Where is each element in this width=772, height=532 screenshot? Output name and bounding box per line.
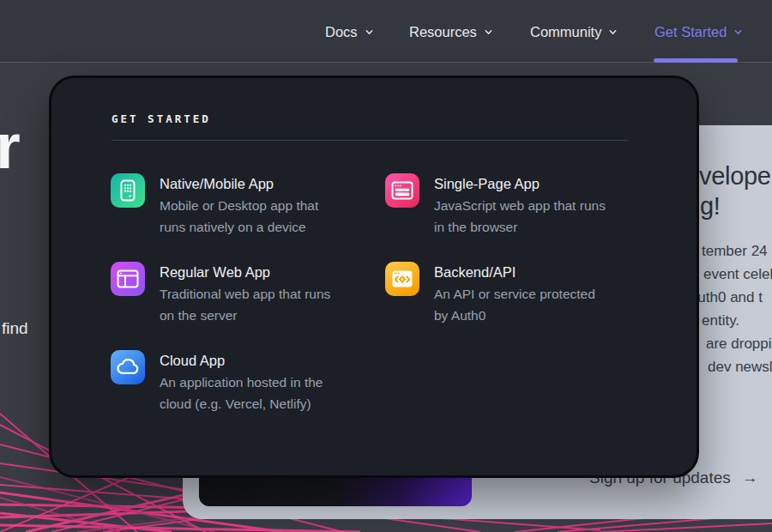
banner-body-fragment: dev newsl [708, 355, 772, 378]
arrow-right-icon: → [742, 469, 758, 487]
menu-item-description: An application hosted in the cloud (e.g.… [160, 372, 323, 414]
active-nav-underline [654, 58, 738, 63]
banner-body-fragment: entity. [702, 309, 739, 332]
banner-body-fragment: are droppi [706, 332, 772, 355]
code-gear-icon [385, 262, 419, 296]
chevron-down-icon [733, 27, 743, 37]
menu-item-regular-web-app[interactable]: Regular Web App Traditional web app that… [111, 262, 385, 326]
banner-body-fragment: Auth0 and t [688, 286, 763, 309]
nav-item-get-started[interactable]: Get Started [654, 23, 743, 40]
dropdown-section-title: GET STARTED [112, 112, 211, 125]
banner-body-fragment: tember 24 [702, 239, 768, 263]
cloud-icon [111, 350, 145, 384]
nav-item-resources[interactable]: Resources [409, 23, 493, 40]
nav-item-label: Docs [325, 23, 358, 40]
menu-item-description: Mobile or Desktop app that runs natively… [160, 195, 318, 238]
menu-item-title: Regular Web App [160, 262, 330, 283]
menu-item-title: Backend/API [434, 262, 595, 283]
banner-body-fragment: event celeb [703, 263, 772, 286]
nav-item-docs[interactable]: Docs [325, 23, 374, 40]
hero-heading-fragment: r [0, 115, 21, 178]
get-started-dropdown: GET STARTED [49, 76, 699, 478]
menu-item-backend-api[interactable]: Backend/API An API or service protected … [385, 262, 628, 326]
chevron-down-icon [484, 27, 493, 37]
nav-item-label: Get Started [654, 23, 727, 40]
menu-item-text: Single-Page App JavaScript web app that … [434, 173, 606, 238]
menu-item-single-page-app[interactable]: Single-Page App JavaScript web app that … [385, 173, 628, 238]
browser-window-icon [385, 173, 419, 208]
chevron-down-icon [365, 27, 374, 37]
top-navigation: Docs Resources Community Get Started [0, 0, 772, 63]
chevron-down-icon [608, 27, 618, 37]
menu-item-text: Backend/API An API or service protected … [434, 262, 595, 326]
menu-item-text: Regular Web App Traditional web app that… [160, 262, 330, 326]
menu-item-text: Native/Mobile App Mobile or Desktop app … [160, 173, 318, 238]
mobile-phone-icon [111, 173, 145, 208]
menu-item-description: An API or service protected by Auth0 [434, 283, 595, 326]
app-type-menu: Native/Mobile App Mobile or Desktop app … [111, 173, 628, 414]
banner-heading-fragment: velope [699, 161, 771, 191]
banner-heading-fragment: g! [700, 191, 721, 221]
layout-window-icon [111, 262, 145, 296]
menu-item-description: Traditional web app that runs on the ser… [160, 283, 330, 326]
hero-text-fragment: find [2, 319, 28, 338]
menu-item-title: Single-Page App [434, 173, 606, 195]
menu-item-title: Native/Mobile App [160, 173, 318, 195]
page: r find velope g! tember 24 event celeb A… [0, 0, 772, 532]
nav-item-label: Community [530, 23, 601, 40]
menu-item-description: JavaScript web app that runs in the brow… [434, 195, 606, 238]
menu-item-title: Cloud App [160, 350, 323, 372]
menu-item-text: Cloud App An application hosted in the c… [160, 350, 323, 414]
menu-item-cloud-app[interactable]: Cloud App An application hosted in the c… [111, 350, 385, 414]
menu-item-native-mobile-app[interactable]: Native/Mobile App Mobile or Desktop app … [111, 173, 385, 238]
nav-item-label: Resources [409, 23, 477, 40]
divider [112, 140, 628, 141]
nav-item-community[interactable]: Community [530, 23, 618, 40]
